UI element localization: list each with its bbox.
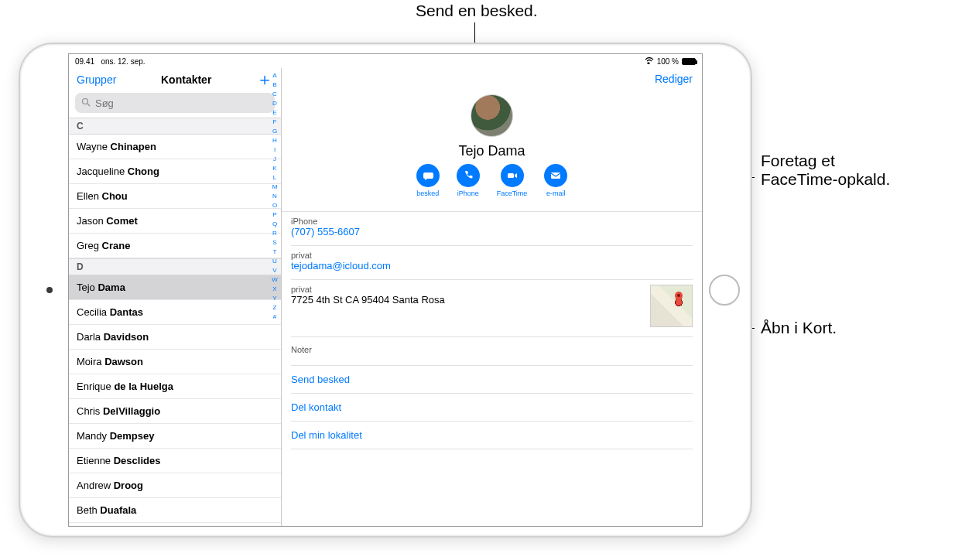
index-letter[interactable]: Y — [270, 294, 279, 303]
index-letter[interactable]: G — [270, 127, 279, 136]
contact-first: Ellen — [77, 190, 102, 202]
search-icon — [81, 97, 91, 109]
index-letter[interactable]: R — [270, 229, 279, 238]
contact-row[interactable]: Wayne Chinapen — [69, 135, 281, 159]
wifi-icon — [645, 56, 654, 66]
battery-icon — [682, 58, 696, 65]
contacts-sidebar: Grupper Kontakter ＋ CWayne ChinapenJacqu… — [69, 68, 282, 526]
index-letter[interactable]: E — [270, 108, 279, 118]
annotation-facetime: Foretag et FaceTime-opkald. — [761, 152, 890, 189]
index-letter[interactable]: Z — [270, 303, 279, 312]
notes-label: Noter — [291, 345, 312, 354]
map-thumbnail[interactable] — [650, 285, 693, 327]
index-letter[interactable]: H — [270, 136, 279, 145]
camera-dot — [46, 287, 53, 293]
alphabet-index[interactable]: ABCDEFGHIJKLMNOPQRSTUVWXYZ# — [270, 70, 279, 524]
call-label: iPhone — [457, 190, 479, 197]
contact-row[interactable]: Cecilia Dantas — [69, 300, 281, 325]
facetime-button[interactable]: FaceTime — [497, 164, 528, 197]
index-letter[interactable]: W — [270, 275, 279, 285]
search-field[interactable] — [75, 93, 275, 113]
index-letter[interactable]: C — [270, 90, 279, 99]
contact-row[interactable]: Moira Dawson — [69, 350, 281, 374]
contact-row[interactable]: Enrique de la Huelga — [69, 374, 281, 399]
index-letter[interactable]: N — [270, 192, 279, 201]
contact-row[interactable]: Beth Duafala — [69, 498, 281, 523]
contact-row[interactable]: Darla Davidson — [69, 325, 281, 350]
index-letter[interactable]: P — [270, 210, 279, 220]
avatar[interactable] — [471, 94, 513, 137]
contact-first: Andrew — [77, 480, 114, 491]
index-letter[interactable]: V — [270, 266, 279, 275]
message-label: besked — [416, 190, 439, 197]
search-input[interactable] — [95, 97, 269, 109]
contact-row[interactable]: Etienne Desclides — [69, 449, 281, 473]
share-contact-row[interactable]: Del kontakt — [291, 394, 693, 422]
index-letter[interactable]: D — [270, 99, 279, 108]
contact-last: Duafala — [100, 504, 136, 516]
index-letter[interactable]: S — [270, 238, 279, 248]
contact-row[interactable]: Tejo Dama — [69, 275, 281, 300]
status-right: 100 % — [645, 56, 696, 66]
contact-last: Chou — [102, 190, 128, 202]
contact-row[interactable]: Ellen Chou — [69, 184, 281, 209]
contact-last: Chong — [128, 166, 159, 177]
map-pin-icon — [674, 292, 683, 306]
contact-row[interactable]: Jacqueline Chong — [69, 159, 281, 184]
email-field[interactable]: privat tejodama@icloud.com — [291, 246, 693, 280]
contacts-list[interactable]: CWayne ChinapenJacqueline ChongEllen Cho… — [69, 118, 281, 526]
contact-first: Greg — [77, 240, 102, 251]
svg-point-0 — [83, 98, 88, 104]
contact-row[interactable]: Greg Crane — [69, 234, 281, 258]
contact-first: Mandy — [77, 430, 110, 442]
contact-row[interactable]: Chris DelVillaggio — [69, 399, 281, 424]
contact-row[interactable]: Andrew Droog — [69, 473, 281, 498]
contact-first: Tejo — [77, 282, 98, 293]
annotation-open-maps: Åbn i Kort. — [761, 319, 837, 337]
address-value: 7725 4th St CA 95404 Santa Rosa — [291, 294, 693, 306]
share-location-row[interactable]: Del min lokalitet — [291, 422, 693, 449]
contact-first: Wayne — [77, 141, 111, 152]
email-button[interactable]: e-mail — [544, 164, 567, 197]
contact-last: Dantas — [110, 306, 143, 318]
mail-icon — [544, 164, 567, 187]
contact-first: Etienne — [77, 455, 114, 466]
index-letter[interactable]: J — [270, 155, 279, 164]
contact-last: Dempsey — [110, 430, 155, 442]
notes-section[interactable]: Noter — [291, 337, 693, 366]
index-letter[interactable]: L — [270, 173, 279, 183]
contact-first: Enrique — [77, 381, 114, 392]
email-value[interactable]: tejodama@icloud.com — [291, 260, 693, 271]
home-button[interactable] — [709, 275, 740, 306]
contact-first: Jacqueline — [77, 166, 128, 177]
index-letter[interactable]: I — [270, 145, 279, 155]
phone-icon — [457, 164, 480, 187]
index-letter[interactable]: T — [270, 248, 279, 257]
index-letter[interactable]: A — [270, 71, 279, 80]
index-letter[interactable]: B — [270, 80, 279, 90]
phone-value[interactable]: (707) 555-6607 — [291, 226, 693, 237]
send-message-row[interactable]: Send besked — [291, 366, 693, 394]
index-letter[interactable]: Q — [270, 220, 279, 229]
contact-last: DelVillaggio — [103, 405, 160, 417]
contact-row[interactable]: Mandy Dempsey — [69, 424, 281, 449]
groups-button[interactable]: Grupper — [77, 73, 116, 86]
index-letter[interactable]: U — [270, 257, 279, 266]
index-letter[interactable]: X — [270, 285, 279, 294]
contact-last: Droog — [114, 480, 143, 491]
address-field[interactable]: privat 7725 4th St CA 95404 Santa Rosa — [291, 280, 693, 337]
call-button[interactable]: iPhone — [457, 164, 480, 197]
svg-line-1 — [87, 104, 90, 106]
index-letter[interactable]: O — [270, 201, 279, 210]
contact-row[interactable]: Jason Comet — [69, 209, 281, 234]
index-letter[interactable]: M — [270, 183, 279, 192]
index-letter[interactable]: F — [270, 118, 279, 127]
edit-button[interactable]: Rediger — [655, 73, 693, 85]
status-time: 09.41 — [75, 57, 94, 66]
contact-first: Cecilia — [77, 306, 110, 318]
phone-field[interactable]: iPhone (707) 555-6607 — [291, 212, 693, 246]
index-letter[interactable]: # — [270, 312, 279, 322]
message-button[interactable]: besked — [416, 164, 440, 197]
contact-first: Moira — [77, 356, 104, 367]
index-letter[interactable]: K — [270, 164, 279, 173]
